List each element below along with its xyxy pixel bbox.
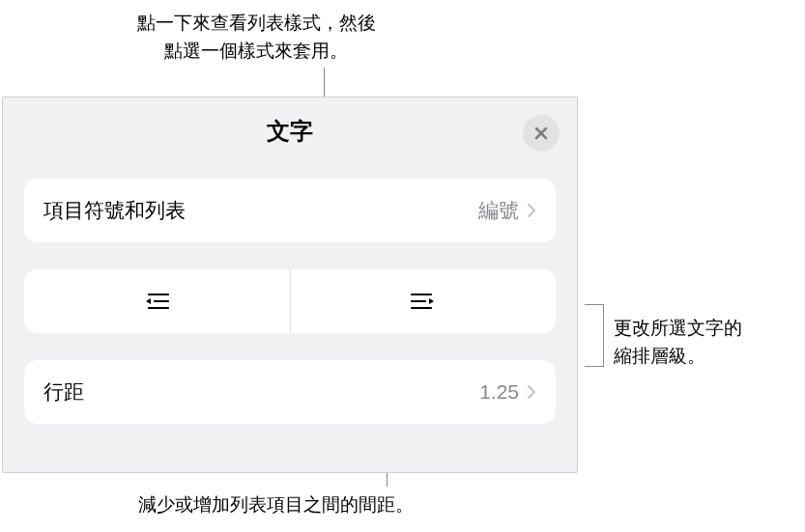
panel-body: 項目符號和列表 編號	[3, 179, 577, 424]
callout-bottom-text: 減少或增加列表項目之間的間距。	[138, 494, 414, 515]
text-panel: 文字 項目符號和列表 編號	[2, 97, 578, 473]
callout-bracket-right	[585, 304, 604, 367]
callout-top: 點一下來查看列表樣式，然後點選一個樣式來套用。	[92, 10, 420, 65]
chevron-right-icon	[527, 384, 536, 400]
outdent-button[interactable]	[24, 269, 291, 333]
panel-title: 文字	[267, 116, 313, 147]
line-spacing-label: 行距	[43, 378, 479, 406]
line-spacing-value: 1.25	[479, 380, 519, 404]
callout-right: 更改所選文字的縮排層級。	[614, 315, 805, 370]
indent-icon	[410, 291, 437, 312]
callout-bottom: 減少或增加列表項目之間的間距。	[97, 491, 454, 519]
outdent-icon	[143, 291, 170, 312]
close-button[interactable]	[523, 115, 560, 152]
bullets-and-lists-row[interactable]: 項目符號和列表 編號	[24, 179, 556, 242]
callout-right-text: 更改所選文字的縮排層級。	[614, 318, 742, 366]
indent-segmented-control	[24, 269, 556, 333]
callout-top-text: 點一下來查看列表樣式，然後點選一個樣式來套用。	[137, 13, 376, 61]
panel-header: 文字	[3, 98, 577, 165]
close-icon	[533, 126, 549, 141]
bullets-value: 編號	[478, 197, 519, 224]
indent-button[interactable]	[291, 269, 557, 333]
chevron-right-icon	[527, 203, 536, 218]
bullets-label: 項目符號和列表	[43, 197, 478, 224]
line-spacing-row[interactable]: 行距 1.25	[24, 360, 556, 424]
